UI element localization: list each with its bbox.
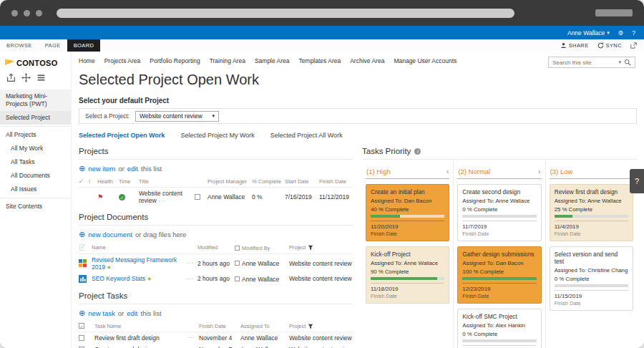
- sidebar-item-marketing-mini-projects[interactable]: Marketing Mini-Projects (PWT): [0, 90, 71, 111]
- edit-list-link[interactable]: edit: [127, 309, 137, 317]
- task-card[interactable]: Select version and send test Assigned To…: [550, 246, 633, 311]
- presence-checkbox[interactable]: [235, 276, 240, 281]
- document-row[interactable]: Revised Messaging Framework 2019∗ ··· 2 …: [79, 254, 353, 273]
- select-all-checkbox[interactable]: ✓: [79, 323, 84, 329]
- upload-icon[interactable]: [6, 73, 16, 82]
- filter-funnel-icon[interactable]: [308, 324, 313, 329]
- task-card[interactable]: Review first draft design Assigned To: A…: [550, 184, 633, 241]
- window-button-icon[interactable]: [24, 10, 30, 16]
- progress-bar: [462, 277, 536, 280]
- move-icon[interactable]: [21, 73, 31, 82]
- nav-link-projects-area[interactable]: Projects Area: [104, 57, 141, 64]
- task-finish-date: November 4: [199, 334, 238, 342]
- help-icon[interactable]: ?: [632, 29, 635, 37]
- nav-link-manage-user-accounts[interactable]: Manage User Accounts: [394, 57, 457, 64]
- feedback-help-tab[interactable]: ?: [630, 169, 644, 193]
- project-link[interactable]: Website content review: [289, 346, 353, 348]
- select-all-header[interactable]: ✓: [79, 178, 86, 185]
- popout-button[interactable]: [630, 42, 637, 49]
- project-dropdown[interactable]: Website content review ▾: [135, 111, 219, 122]
- share-button[interactable]: SHARE: [560, 42, 589, 49]
- attention-header[interactable]: !: [89, 178, 94, 185]
- logo-text: CONTOSO: [16, 59, 58, 67]
- sidebar-item-all-documents[interactable]: All Documents: [0, 169, 71, 183]
- ellipsis-menu-icon[interactable]: ···: [187, 334, 196, 341]
- task-row[interactable]: Create second design ··· November 7 Anne…: [79, 344, 353, 348]
- new-document-link[interactable]: new document: [88, 231, 132, 238]
- sidebar-item-selected-project[interactable]: Selected Project: [0, 111, 71, 125]
- edit-list-link[interactable]: edit: [127, 165, 138, 173]
- sync-button[interactable]: SYNC: [597, 42, 622, 49]
- tab-selected-project-open-work[interactable]: Selected Project Open Work: [79, 132, 165, 139]
- document-row[interactable]: SEO Keyword Stats∗ ··· 2 hours ago Anne …: [79, 273, 353, 285]
- task-card[interactable]: Gather design submissions Assigned To: D…: [457, 246, 541, 304]
- modified-time: 2 hours ago: [197, 275, 232, 282]
- ribbon-actions: SHARE SYNC: [560, 39, 644, 52]
- sidebar-item-all-projects[interactable]: All Projects: [0, 128, 71, 142]
- user-menu[interactable]: Anne Wallace ▾: [567, 29, 610, 37]
- share-person-icon: [560, 42, 567, 49]
- search-input[interactable]: [552, 59, 615, 66]
- divider: [555, 290, 628, 291]
- divider: [371, 283, 444, 284]
- task-card[interactable]: Kick-off SMC Project Assigned To: Alex H…: [457, 309, 541, 348]
- document-name[interactable]: Revised Messaging Framework 2019∗: [92, 256, 183, 271]
- sidebar-item-all-tasks[interactable]: All Tasks: [0, 155, 71, 169]
- nav-link-home[interactable]: Home: [79, 57, 95, 64]
- add-icon: ⊕: [79, 231, 85, 238]
- address-bar[interactable]: [57, 9, 514, 18]
- task-row[interactable]: Review first draft design ··· November 4…: [79, 332, 353, 344]
- collapse-chevron-icon[interactable]: ‹: [538, 167, 541, 175]
- sync-icon: [597, 42, 604, 49]
- project-link[interactable]: Website content review: [289, 334, 353, 342]
- project-link[interactable]: Website content review: [289, 260, 353, 267]
- new-item-link[interactable]: new item: [88, 165, 115, 173]
- task-card[interactable]: Create second design Assigned To: Anne W…: [457, 184, 541, 241]
- sidebar-item-all-my-work[interactable]: All My Work: [0, 142, 71, 155]
- document-name[interactable]: SEO Keyword Stats∗: [92, 275, 183, 282]
- nav-link-templates-area[interactable]: Templates Area: [299, 57, 341, 64]
- divider: [462, 221, 536, 221]
- filter-funnel-icon[interactable]: [308, 245, 313, 251]
- project-filter-header[interactable]: Project: [289, 323, 353, 329]
- nav-link-portfolio-reporting[interactable]: Portfolio Reporting: [150, 57, 200, 64]
- info-icon[interactable]: i: [414, 148, 421, 155]
- ellipsis-menu-icon[interactable]: ···: [186, 260, 195, 266]
- lists-column: Projects ⊕ new item or edit this list ✓ …: [79, 140, 353, 348]
- window-button-icon[interactable]: [11, 10, 18, 16]
- project-row[interactable]: ⚑ ✓ Website content review ··· Anne Wall…: [79, 188, 353, 206]
- nav-link-training-area[interactable]: Training Area: [210, 57, 245, 64]
- search-icon[interactable]: [624, 59, 631, 66]
- chevron-down-icon[interactable]: ▾: [618, 59, 621, 65]
- settings-gear-button[interactable]: ⚙: [618, 29, 624, 37]
- presence-checkbox[interactable]: [235, 261, 240, 266]
- task-card[interactable]: Create an initial plan Assigned To: Dan …: [366, 184, 449, 241]
- file-type-header[interactable]: 📄: [79, 244, 89, 251]
- sidebar: CONTOSO Marketing Mini-Projects (PWT) Se…: [0, 52, 72, 348]
- task-card[interactable]: Kick-off Project Assigned To: Anne Walla…: [366, 246, 449, 304]
- tab-page[interactable]: PAGE: [39, 39, 67, 52]
- browser-controls[interactable]: [595, 9, 633, 16]
- percent-complete: 0 %: [252, 193, 282, 200]
- sidebar-item-site-contents[interactable]: Site Contents: [0, 200, 71, 213]
- nav-link-sample-area[interactable]: Sample Area: [255, 57, 290, 64]
- window-button-icon[interactable]: [36, 10, 42, 16]
- list-icon[interactable]: [36, 73, 46, 82]
- tab-browse[interactable]: BROWSE: [0, 39, 39, 52]
- ellipsis-menu-icon[interactable]: ···: [158, 198, 166, 204]
- task-checkbox[interactable]: [79, 335, 84, 341]
- tab-board[interactable]: BOARD: [67, 39, 101, 52]
- project-filter-header[interactable]: Project: [289, 244, 353, 251]
- ellipsis-menu-icon[interactable]: ···: [186, 276, 195, 282]
- collapse-chevron-icon[interactable]: ‹: [447, 167, 449, 175]
- modified-by-header[interactable]: Modified By: [235, 244, 286, 251]
- progress-bar: [462, 339, 536, 342]
- tab-selected-project-all-work[interactable]: Selected Project All Work: [270, 132, 343, 139]
- new-task-link[interactable]: new task: [88, 309, 115, 317]
- sidebar-item-all-issues[interactable]: All Issues: [0, 183, 71, 196]
- tab-selected-project-my-work[interactable]: Selected Project My Work: [180, 132, 254, 139]
- presence-checkbox[interactable]: [195, 194, 200, 200]
- nav-link-archive-area[interactable]: Archive Area: [350, 57, 384, 64]
- project-link[interactable]: Website content review: [289, 275, 353, 282]
- popout-icon: [630, 42, 637, 49]
